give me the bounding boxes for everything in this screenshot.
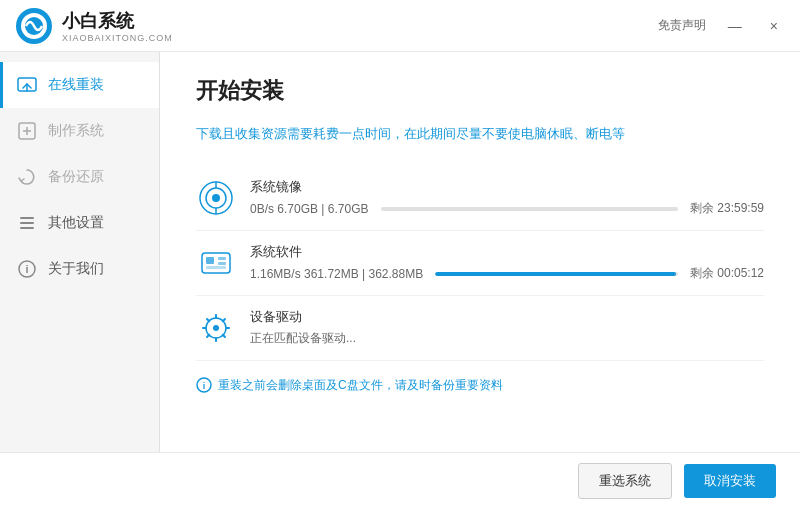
system-image-progress-bar: [381, 207, 678, 211]
svg-text:i: i: [203, 381, 206, 391]
other-settings-icon: [16, 212, 38, 234]
warning-footer: i 重装之前会删除桌面及C盘文件，请及时备份重要资料: [196, 377, 764, 394]
system-image-remaining: 剩余 23:59:59: [690, 200, 764, 217]
notice-bar: 下载且收集资源需要耗费一点时间，在此期间尽量不要使电脑休眠、断电等: [196, 124, 764, 144]
sidebar-label-online-install: 在线重装: [48, 76, 104, 94]
sidebar-label-about-us: 关于我们: [48, 260, 104, 278]
device-driver-info: 设备驱动 正在匹配设备驱动...: [250, 308, 764, 347]
download-item-system-software: 系统软件 1.16MB/s 361.72MB | 362.88MB 剩余 00:…: [196, 231, 764, 296]
system-image-info: 系统镜像 0B/s 6.70GB | 6.70GB 剩余 23:59:59: [250, 178, 764, 217]
page-title: 开始安装: [196, 76, 764, 106]
minimize-button[interactable]: —: [722, 16, 748, 36]
system-software-icon: [196, 243, 236, 283]
sidebar-item-about-us[interactable]: i 关于我们: [0, 246, 159, 292]
sidebar-item-online-install[interactable]: 在线重装: [0, 62, 159, 108]
system-software-remaining: 剩余 00:05:12: [690, 265, 764, 282]
svg-rect-10: [20, 227, 34, 229]
sidebar-item-backup-restore: 备份还原: [0, 154, 159, 200]
reselect-button[interactable]: 重选系统: [578, 463, 672, 499]
sidebar-label-other-settings: 其他设置: [48, 214, 104, 232]
sidebar-item-make-system: 制作系统: [0, 108, 159, 154]
device-driver-progress-row: 正在匹配设备驱动...: [250, 330, 764, 347]
warning-icon: i: [196, 377, 212, 393]
sidebar-item-other-settings[interactable]: 其他设置: [0, 200, 159, 246]
main-layout: 在线重装 制作系统 备份还原: [0, 52, 800, 508]
system-software-progress-row: 1.16MB/s 361.72MB | 362.88MB 剩余 00:05:12: [250, 265, 764, 282]
download-list: 系统镜像 0B/s 6.70GB | 6.70GB 剩余 23:59:59: [196, 166, 764, 361]
device-driver-icon: [196, 308, 236, 348]
cancel-install-button[interactable]: 取消安装: [684, 464, 776, 498]
sidebar-label-make-system: 制作系统: [48, 122, 104, 140]
logo-area: 小白系统 XIAOBAIXITONG.COM: [16, 8, 173, 44]
window-controls: 免责声明 — ×: [658, 16, 784, 36]
system-software-progress-fill: [435, 272, 675, 276]
logo-icon: [16, 8, 52, 44]
sidebar: 在线重装 制作系统 备份还原: [0, 52, 160, 508]
device-driver-speed: 正在匹配设备驱动...: [250, 330, 356, 347]
svg-point-24: [213, 325, 219, 331]
svg-rect-21: [218, 262, 226, 265]
system-software-info: 系统软件 1.16MB/s 361.72MB | 362.88MB 剩余 00:…: [250, 243, 764, 282]
disclaimer-button[interactable]: 免责声明: [658, 17, 706, 34]
device-driver-name: 设备驱动: [250, 308, 764, 326]
svg-point-15: [212, 194, 220, 202]
svg-rect-8: [20, 217, 34, 219]
app-name: 小白系统: [62, 9, 173, 33]
logo-text: 小白系统 XIAOBAIXITONG.COM: [62, 9, 173, 43]
svg-rect-9: [20, 222, 34, 224]
sidebar-label-backup-restore: 备份还原: [48, 168, 104, 186]
svg-rect-20: [218, 257, 226, 260]
svg-rect-22: [206, 266, 226, 269]
close-button[interactable]: ×: [764, 16, 784, 36]
bottom-bar: 重选系统 取消安装: [0, 452, 800, 508]
svg-rect-19: [206, 257, 214, 264]
title-bar: 小白系统 XIAOBAIXITONG.COM 免责声明 — ×: [0, 0, 800, 52]
download-item-device-driver: 设备驱动 正在匹配设备驱动...: [196, 296, 764, 361]
system-image-icon: [196, 178, 236, 218]
about-us-icon: i: [16, 258, 38, 280]
download-item-system-image: 系统镜像 0B/s 6.70GB | 6.70GB 剩余 23:59:59: [196, 166, 764, 231]
system-image-progress-row: 0B/s 6.70GB | 6.70GB 剩余 23:59:59: [250, 200, 764, 217]
app-domain: XIAOBAIXITONG.COM: [62, 33, 173, 43]
warning-text: 重装之前会删除桌面及C盘文件，请及时备份重要资料: [218, 377, 503, 394]
online-install-icon: [16, 74, 38, 96]
make-system-icon: [16, 120, 38, 142]
backup-restore-icon: [16, 166, 38, 188]
content-area: 开始安装 下载且收集资源需要耗费一点时间，在此期间尽量不要使电脑休眠、断电等 系…: [160, 52, 800, 508]
svg-text:i: i: [25, 263, 28, 275]
system-software-name: 系统软件: [250, 243, 764, 261]
system-software-progress-bar: [435, 272, 678, 276]
system-software-speed: 1.16MB/s 361.72MB | 362.88MB: [250, 267, 423, 281]
system-image-name: 系统镜像: [250, 178, 764, 196]
system-image-speed: 0B/s 6.70GB | 6.70GB: [250, 202, 369, 216]
